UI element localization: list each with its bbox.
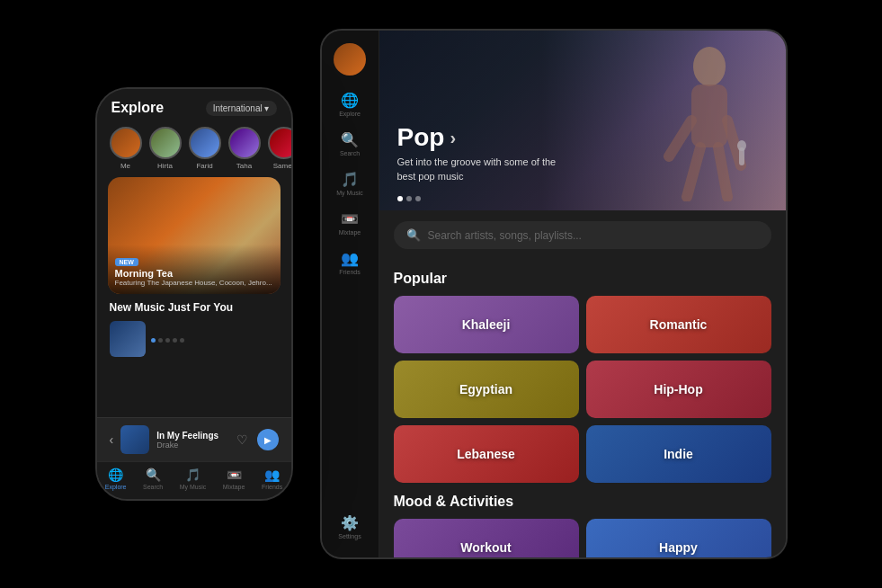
search-bar-icon: 🔍 [406,228,421,242]
svg-rect-1 [691,85,727,147]
genre-label-indie: Indie [664,447,693,461]
sidebar-item-explore[interactable]: 🌐 Explore [322,86,379,122]
story-label-taha: Taha [236,162,252,170]
story-label-hirta: Hirta [157,162,173,170]
play-button[interactable]: ▶ [257,429,279,450]
hero-genre-desc: Get into the groove with some of the bes… [397,156,577,183]
dot-1 [151,338,156,343]
hero-singer-image [642,40,750,201]
sidebar-settings-label: Settings [338,533,361,539]
tablet-main-content: Pop › Get into the groove with some of t… [379,31,786,557]
story-label-farid: Farid [196,162,212,170]
sidebar-settings-icon: ⚙️ [341,514,359,531]
hero-dot-2 [406,196,412,201]
playlist-thumb-1[interactable] [110,321,146,357]
phone-nav-mixtape-label: Mixtape [223,484,245,490]
sidebar-item-mymusic[interactable]: 🎵 My Music [322,165,379,201]
avatar-me [110,127,142,159]
search-bar-placeholder: Search artists, songs, playlists... [428,229,582,242]
genre-card-romantic[interactable]: Romantic [586,296,771,353]
phone-hero-subtitle: Featuring The Japanese House, Cocoon, Je… [115,279,273,287]
genre-label-khaleeji: Khaleeji [462,317,511,332]
hero-dot-3 [415,196,421,201]
sidebar-item-search[interactable]: 🔍 Search [322,126,379,162]
phone-nav-mixtape[interactable]: 📼 Mixtape [223,468,245,490]
genre-card-workout[interactable]: Workout [394,519,579,557]
avatar-hirta [149,127,182,159]
mood-section-heading: Mood & Activities [394,494,771,510]
sidebar-item-friends[interactable]: 👥 Friends [322,245,379,281]
search-bar[interactable]: 🔍 Search artists, songs, playlists... [394,221,771,249]
phone-device: Explore International ▾ Me Hirta Farid T… [95,87,293,501]
phone-nav-mymusic-label: My Music [180,484,207,490]
svg-line-4 [687,147,700,197]
dot-5 [180,338,184,343]
phone-section-new-music: New Music Just For You [97,294,291,317]
popular-section-heading: Popular [394,271,771,287]
phone-hero-title: Morning Tea [115,268,273,279]
genre-label-romantic: Romantic [650,317,708,332]
sidebar-mixtape-icon: 📼 [341,210,359,227]
story-hirta[interactable]: Hirta [149,127,182,170]
tablet-search-bar-container: 🔍 Search artists, songs, playlists... [379,210,786,260]
hero-dot-1 [397,196,403,201]
hero-text-block: Pop › Get into the groove with some of t… [397,123,577,183]
genre-card-happy[interactable]: Happy [586,519,771,557]
avatar-farid [189,127,221,159]
genre-label-egyptian: Egyptian [459,382,512,396]
story-taha[interactable]: Taha [228,127,261,170]
mini-player-title: In My Feelings [156,431,228,441]
story-label-me: Me [120,162,130,170]
genre-label-hiphop: Hip-Hop [654,382,702,396]
mini-expand-icon[interactable]: ‹ [110,432,114,447]
main-container: Explore International ▾ Me Hirta Farid T… [0,0,882,588]
tablet-hero-banner[interactable]: Pop › Get into the groove with some of t… [379,31,786,210]
explore-icon: 🌐 [108,468,123,482]
genre-label-happy: Happy [659,540,698,555]
phone-region-badge[interactable]: International ▾ [206,101,277,116]
phone-hero-badge: NEW [115,258,138,266]
genre-label-lebanese: Lebanese [457,447,515,461]
phone-mini-player[interactable]: ‹ In My Feelings Drake ♡ ▶ [97,417,291,461]
genre-label-workout: Workout [460,540,512,555]
genre-card-hiphop[interactable]: Hip-Hop [586,361,771,418]
sidebar-friends-icon: 👥 [341,250,359,267]
sidebar-friends-label: Friends [339,269,360,275]
mini-player-info: In My Feelings Drake [156,431,228,450]
heart-icon[interactable]: ♡ [236,432,248,447]
phone-nav-friends[interactable]: 👥 Friends [262,468,282,490]
genre-card-egyptian[interactable]: Egyptian [394,361,579,418]
phone-explore-title: Explore [111,100,165,116]
avatar-samer [268,127,291,159]
story-samer[interactable]: Samer [268,127,291,170]
svg-point-0 [693,47,726,86]
mood-genre-grid: Workout Happy Shopping Summer [394,519,771,557]
sidebar-search-label: Search [340,150,360,156]
story-me[interactable]: Me [110,127,142,170]
sidebar-item-settings[interactable]: ⚙️ Settings [322,509,379,545]
genre-card-indie[interactable]: Indie [586,425,771,483]
sidebar-mymusic-label: My Music [336,190,363,196]
mini-player-thumb [120,425,149,454]
playlist-dots [151,338,184,343]
phone-nav-search[interactable]: 🔍 Search [143,468,163,490]
story-farid[interactable]: Farid [189,127,221,170]
story-label-samer: Samer [273,162,291,170]
sidebar-user-avatar[interactable] [334,43,366,76]
phone-nav-mymusic[interactable]: 🎵 My Music [180,468,207,490]
search-icon: 🔍 [146,468,161,482]
dot-4 [173,338,177,343]
sidebar-item-mixtape[interactable]: 📼 Mixtape [322,205,379,241]
phone-nav-explore[interactable]: 🌐 Explore [105,468,127,490]
sidebar-explore-label: Explore [339,111,361,117]
svg-point-7 [737,140,746,151]
phone-hero-image[interactable]: NEW Morning Tea Featuring The Japanese H… [108,177,281,294]
genre-card-lebanese[interactable]: Lebanese [394,425,579,483]
tablet-sidebar: 🌐 Explore 🔍 Search 🎵 My Music 📼 Mixtape … [322,31,379,557]
sidebar-mixtape-label: Mixtape [339,229,361,236]
dot-2 [158,338,163,343]
phone-hero-content: NEW Morning Tea Featuring The Japanese H… [108,245,281,294]
genre-card-khaleeji[interactable]: Khaleeji [394,296,579,353]
phone-stories: Me Hirta Farid Taha Samer [97,123,291,177]
popular-genre-grid: Khaleeji Romantic Egyptian Hip-Hop Leban… [394,296,771,483]
